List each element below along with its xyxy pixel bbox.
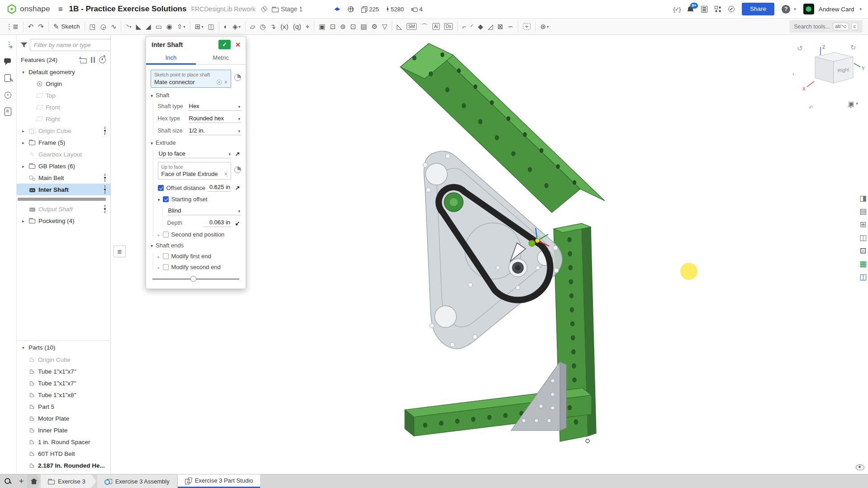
- chamfer-tool[interactable]: ◣: [134, 22, 144, 31]
- feature-row[interactable]: ▸Origin Cube: [17, 125, 110, 137]
- chevron-right-icon[interactable]: ▸: [21, 164, 26, 169]
- feature-dialog-list-button[interactable]: ≣: [114, 246, 126, 257]
- revolve-tool[interactable]: ◶: [98, 22, 109, 31]
- public-link-icon[interactable]: [728, 6, 735, 12]
- new-tab-button[interactable]: +: [15, 474, 27, 488]
- part-row[interactable]: Origin Cube: [17, 354, 110, 365]
- part-row[interactable]: 60T HTD Belt: [17, 448, 110, 460]
- search-tools-button[interactable]: Search tools... alt/⌥ c: [789, 20, 863, 33]
- featurescript-panel-icon[interactable]: ⊡: [860, 247, 866, 255]
- mirror-tool[interactable]: ◫: [206, 22, 217, 31]
- dropdown-caret-icon[interactable]: ▾: [547, 24, 549, 29]
- notes-icon[interactable]: [4, 74, 13, 83]
- part-row[interactable]: 1 in. Round Spacer: [17, 436, 110, 448]
- feature-row[interactable]: ▸Frame (5): [17, 137, 110, 148]
- wire-tool[interactable]: ∽: [505, 22, 516, 31]
- apps-grid-icon[interactable]: [715, 6, 721, 12]
- tab-exercise-3[interactable]: Exercise 3: [41, 474, 96, 488]
- user-name[interactable]: Andrew Card: [819, 6, 854, 13]
- part-row[interactable]: Tube 1"x1"x7": [17, 365, 110, 377]
- second-end-checkbox[interactable]: [163, 232, 169, 237]
- mate-connector-icon[interactable]: [217, 80, 222, 85]
- dropdown-caret-icon[interactable]: ▾: [129, 24, 131, 29]
- new-folder-icon[interactable]: [80, 57, 87, 63]
- home-tab-button[interactable]: [27, 474, 41, 488]
- end-condition-select[interactable]: Up to face: [158, 150, 232, 158]
- shell-tool[interactable]: ▭: [153, 22, 164, 31]
- feature-row[interactable]: Output Shaft: [17, 203, 110, 215]
- dropdown-caret-icon[interactable]: ▾: [238, 24, 240, 29]
- primitive-cube-tool[interactable]: ▣: [317, 22, 327, 31]
- onshape-logo[interactable]: onshape: [6, 4, 50, 14]
- chevron-right-icon[interactable]: [158, 264, 160, 270]
- chevron-right-icon[interactable]: [158, 253, 160, 260]
- feature-row[interactable]: Front: [17, 101, 110, 113]
- help-caret-icon[interactable]: ▾: [794, 7, 796, 11]
- instances-stat[interactable]: 5280: [387, 6, 404, 13]
- fillet-tool[interactable]: ◝▾: [123, 22, 133, 31]
- share-button[interactable]: Share: [742, 3, 774, 15]
- main-menu-icon[interactable]: ≡: [58, 5, 63, 13]
- mass-properties-panel-icon[interactable]: ⊞: [860, 221, 866, 228]
- feature-row[interactable]: ▸Pocketing (4): [17, 215, 110, 227]
- suppress-pause-icon[interactable]: [91, 57, 95, 63]
- chevron-down-icon[interactable]: [151, 242, 153, 249]
- clear-selection-icon[interactable]: ×: [224, 79, 228, 85]
- chevron-down-icon[interactable]: ▾: [21, 70, 26, 75]
- boolean-tool[interactable]: ◐: [222, 22, 230, 31]
- shaft-type-select[interactable]: Hex: [188, 102, 242, 111]
- hole-tool[interactable]: ◉: [164, 22, 175, 31]
- help-button[interactable]: ?: [782, 5, 790, 14]
- breadcrumb[interactable]: Stage 1: [272, 5, 303, 13]
- dropdown-caret-icon[interactable]: ▾: [184, 24, 185, 29]
- visibility-eye-icon[interactable]: [856, 464, 864, 470]
- extrude-tool[interactable]: ◳: [87, 22, 98, 31]
- face-selection-box[interactable]: Up to face Face of Plate Extrude ×: [158, 162, 232, 180]
- user-avatar[interactable]: [803, 4, 814, 14]
- tab-exercise-3-assembly[interactable]: Exercise 3 Assembly: [97, 474, 177, 488]
- versions-history-icon[interactable]: [4, 90, 13, 99]
- offset-distance-checkbox[interactable]: [158, 185, 164, 191]
- flat-pattern-tool[interactable]: ⊠: [495, 22, 506, 31]
- custom-features-menu-tool[interactable]: ⊛▾: [538, 22, 551, 31]
- chevron-down-icon[interactable]: ▾: [21, 345, 26, 350]
- slider-knob[interactable]: [190, 276, 196, 282]
- sweep-tool[interactable]: ∿: [109, 22, 119, 31]
- copies-stat[interactable]: 225: [361, 6, 379, 13]
- finish-tool[interactable]: ◆: [476, 22, 486, 31]
- sheet-metal-model-tool[interactable]: ◺: [394, 22, 404, 31]
- flip-depth-icon[interactable]: [234, 220, 241, 227]
- tab-tool-tool[interactable]: ◿: [485, 22, 495, 31]
- starting-offset-type-select[interactable]: Blind: [167, 207, 242, 215]
- feature-check-icon[interactable]: {✓}: [673, 6, 680, 13]
- mate-connector-tool[interactable]: ⌖: [304, 22, 312, 31]
- feature-row[interactable]: Inter Shaft: [17, 184, 110, 195]
- feature-row[interactable]: Origin: [17, 78, 110, 90]
- shaft-size-select[interactable]: 1/2 in.: [188, 127, 242, 135]
- origin-marker[interactable]: [586, 439, 589, 443]
- corner-tool[interactable]: ◜: [469, 22, 476, 31]
- chevron-right-icon[interactable]: ▸: [21, 128, 26, 133]
- variable-tool[interactable]: (x): [278, 22, 291, 31]
- chevron-right-icon[interactable]: [158, 231, 160, 238]
- modify-first-end-checkbox[interactable]: [163, 253, 169, 259]
- selection-filter-icon[interactable]: [234, 166, 241, 173]
- insert-item-icon[interactable]: [4, 40, 13, 49]
- part-row[interactable]: Inner Plate: [17, 424, 110, 436]
- tab-metric[interactable]: Metric: [196, 52, 246, 64]
- feature-row[interactable]: Right: [17, 113, 110, 125]
- find-tab-icon[interactable]: [4, 478, 12, 485]
- filter-input[interactable]: [30, 39, 111, 51]
- view-mode-button[interactable]: ▣ ▾: [848, 100, 858, 107]
- tasks-icon[interactable]: [4, 107, 13, 116]
- material-tool[interactable]: ▤: [358, 22, 369, 31]
- starting-offset-checkbox[interactable]: [163, 196, 169, 202]
- comparison-panel-icon[interactable]: ◫: [859, 234, 867, 242]
- thicken-tool[interactable]: ⇧▾: [175, 22, 188, 31]
- dropdown-caret-icon[interactable]: ▾: [201, 24, 203, 29]
- depth-input[interactable]: 0.063 in: [203, 219, 231, 227]
- locate-pin-tool[interactable]: ⊚: [338, 22, 348, 31]
- feature-row[interactable]: ▾Default geometry: [17, 66, 110, 78]
- chevron-down-icon[interactable]: [151, 92, 153, 99]
- feature-row[interactable]: Main Belt: [17, 172, 110, 184]
